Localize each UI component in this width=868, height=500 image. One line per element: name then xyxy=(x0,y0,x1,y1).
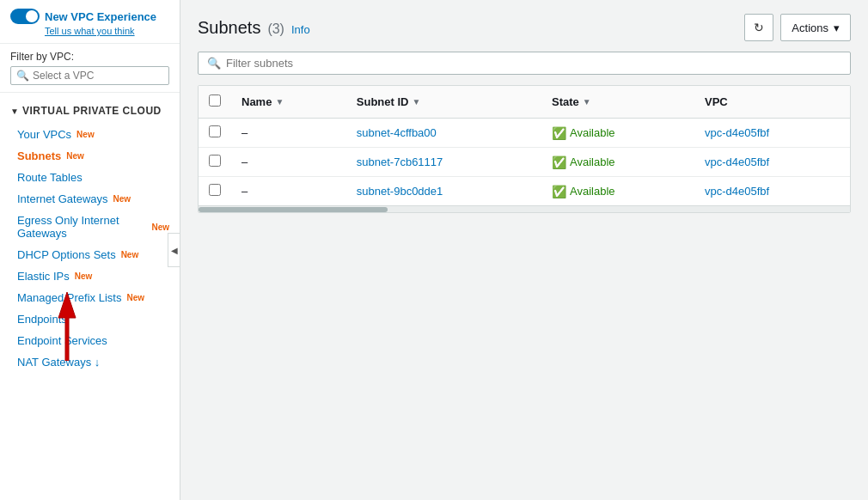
sidebar-item-badge: New xyxy=(75,271,93,281)
sort-icon-name[interactable]: ▼ xyxy=(275,97,284,107)
row-subnet-id-1: subnet-7cb61117 xyxy=(346,148,541,177)
sort-icon-subnet-id[interactable]: ▼ xyxy=(412,97,420,107)
sidebar-section-header[interactable]: ▼ VIRTUAL PRIVATE CLOUD xyxy=(0,98,180,124)
sidebar-item-route-tables[interactable]: Route Tables xyxy=(0,167,180,188)
refresh-icon: ↻ xyxy=(754,21,764,34)
sidebar-item-egress-only[interactable]: Egress Only Internet Gateways New xyxy=(0,210,180,244)
sidebar-item-label: Endpoint Services xyxy=(17,334,107,347)
subnet-id-link-0[interactable]: subnet-4cffba00 xyxy=(357,126,437,139)
content-area: Subnets (3) Info ↻ Actions ▾ 🔍 xyxy=(180,0,868,500)
col-header-vpc: VPC xyxy=(694,86,850,119)
row-state-2: ✅ Available xyxy=(541,177,694,206)
col-subnet-id-label: Subnet ID xyxy=(357,95,409,108)
row-checkbox-cell-0 xyxy=(199,119,231,148)
row-vpc-0: vpc-d4e05fbf xyxy=(694,119,850,148)
sidebar-item-badge: New xyxy=(151,223,169,232)
vpc-link-0[interactable]: vpc-d4e05fbf xyxy=(705,126,769,139)
sidebar-item-badge: New xyxy=(121,250,139,259)
sort-icon-state[interactable]: ▼ xyxy=(583,97,591,107)
row-subnet-id-2: subnet-9bc0dde1 xyxy=(346,177,541,206)
sidebar-item-dhcp-options[interactable]: DHCP Options Sets New xyxy=(0,244,180,265)
sidebar-item-subnets[interactable]: Subnets New xyxy=(0,145,180,167)
subnets-table-wrapper: Name ▼ Subnet ID ▼ xyxy=(198,85,851,213)
row-subnet-id-0: subnet-4cffba00 xyxy=(346,119,541,148)
horizontal-scrollbar-track[interactable] xyxy=(199,205,850,212)
table-body: – subnet-4cffba00 ✅ Available vpc-d4e05f… xyxy=(199,119,850,206)
vpc-link-2[interactable]: vpc-d4e05fbf xyxy=(705,185,769,198)
row-name-0: – xyxy=(231,119,346,148)
subnet-id-link-2[interactable]: subnet-9bc0dde1 xyxy=(357,185,443,198)
col-header-name: Name ▼ xyxy=(231,86,346,119)
status-check-icon-2: ✅ xyxy=(552,185,566,198)
search-bar[interactable]: 🔍 xyxy=(198,52,851,75)
row-checkbox-0[interactable] xyxy=(209,125,221,137)
sidebar-item-endpoints[interactable]: Endpoints xyxy=(0,308,180,330)
refresh-button[interactable]: ↻ xyxy=(744,14,773,41)
content-title: Subnets (3) Info xyxy=(198,18,310,38)
status-check-icon-0: ✅ xyxy=(552,126,566,140)
count-badge: (3) xyxy=(267,21,284,37)
app-layout: New VPC Experience Tell us what you thin… xyxy=(0,0,868,500)
status-badge-2: ✅ Available xyxy=(552,185,684,198)
sidebar-item-label: Route Tables xyxy=(17,171,83,184)
filter-by-vpc-label: Filter by VPC: xyxy=(10,51,169,63)
sidebar-item-badge: New xyxy=(76,130,95,139)
row-checkbox-1[interactable] xyxy=(209,155,221,167)
sidebar-item-managed-prefix[interactable]: Managed Prefix Lists New xyxy=(0,287,180,308)
table-row: – subnet-4cffba00 ✅ Available vpc-d4e05f… xyxy=(199,119,850,148)
col-state-label: State xyxy=(552,95,579,108)
row-name-1: – xyxy=(231,148,346,177)
filter-by-vpc-section: Filter by VPC: 🔍 xyxy=(0,44,180,93)
sidebar: New VPC Experience Tell us what you thin… xyxy=(0,0,180,500)
sidebar-item-label: Egress Only Internet Gateways xyxy=(17,214,146,240)
info-link[interactable]: Info xyxy=(291,23,310,36)
row-state-0: ✅ Available xyxy=(541,119,694,148)
row-vpc-1: vpc-d4e05fbf xyxy=(694,148,850,177)
vpc-filter-input[interactable] xyxy=(33,70,163,82)
status-label-1: Available xyxy=(570,155,615,168)
sidebar-item-label: Subnets xyxy=(17,149,61,162)
status-check-icon-1: ✅ xyxy=(552,155,566,169)
sidebar-item-label: Your VPCs xyxy=(17,128,71,141)
status-badge-1: ✅ Available xyxy=(552,155,684,169)
sidebar-item-label: Elastic IPs xyxy=(17,270,70,283)
actions-label: Actions xyxy=(792,21,828,34)
sidebar-item-label: NAT Gateways ↓ xyxy=(17,356,100,369)
sidebar-section-title: VIRTUAL PRIVATE CLOUD xyxy=(22,105,162,117)
row-checkbox-cell-1 xyxy=(199,148,231,177)
select-all-cell xyxy=(199,86,231,119)
content-header: Subnets (3) Info ↻ Actions ▾ xyxy=(198,14,851,41)
vpc-experience-title: New VPC Experience xyxy=(45,10,156,23)
vpc-link-1[interactable]: vpc-d4e05fbf xyxy=(705,155,769,168)
row-checkbox-2[interactable] xyxy=(209,184,221,196)
actions-chevron-icon: ▾ xyxy=(834,21,840,34)
sidebar-collapse-btn[interactable]: ◀ xyxy=(168,233,180,267)
vpc-experience-toggle[interactable] xyxy=(10,9,40,24)
sidebar-item-label: Managed Prefix Lists xyxy=(17,291,121,304)
sidebar-item-your-vpcs[interactable]: Your VPCs New xyxy=(0,124,180,145)
vpc-filter-input-wrapper[interactable]: 🔍 xyxy=(10,66,169,85)
page-title: Subnets xyxy=(198,18,260,38)
sidebar-item-nat-gateways[interactable]: NAT Gateways ↓ xyxy=(0,351,180,373)
sidebar-item-label: Endpoints xyxy=(17,313,67,326)
col-name-label: Name xyxy=(241,95,272,108)
table-row: – subnet-7cb61117 ✅ Available vpc-d4e05f… xyxy=(199,148,850,177)
vpc-experience-subtitle[interactable]: Tell us what you think xyxy=(10,26,169,36)
search-icon: 🔍 xyxy=(16,70,29,82)
row-checkbox-cell-2 xyxy=(199,177,231,206)
horizontal-scrollbar-thumb[interactable] xyxy=(199,207,388,212)
search-input[interactable] xyxy=(226,57,841,70)
main-content: Subnets (3) Info ↻ Actions ▾ 🔍 xyxy=(180,0,868,500)
sidebar-item-badge: New xyxy=(113,194,131,204)
sidebar-item-internet-gateways[interactable]: Internet Gateways New xyxy=(0,188,180,210)
col-header-state: State ▼ xyxy=(541,86,694,119)
select-all-checkbox[interactable] xyxy=(209,95,221,107)
sidebar-item-elastic-ips[interactable]: Elastic IPs New xyxy=(0,265,180,287)
status-label-0: Available xyxy=(570,126,615,139)
subnet-id-link-1[interactable]: subnet-7cb61117 xyxy=(357,155,443,168)
sidebar-item-endpoint-services[interactable]: Endpoint Services xyxy=(0,330,180,351)
actions-button[interactable]: Actions ▾ xyxy=(780,14,851,41)
header-actions: ↻ Actions ▾ xyxy=(744,14,851,41)
row-name-2: – xyxy=(231,177,346,206)
sidebar-item-badge: New xyxy=(126,293,144,302)
